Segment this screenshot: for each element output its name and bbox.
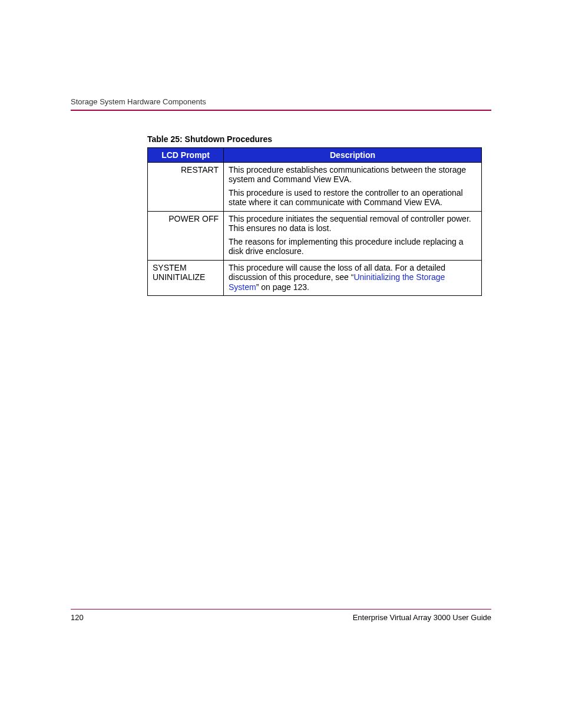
lcd-prompt-cell: SYSTEM UNINITIALIZE <box>148 260 224 296</box>
footer-rule <box>71 609 491 610</box>
document-title: Enterprise Virtual Array 3000 User Guide <box>353 613 491 622</box>
page-number: 120 <box>71 613 84 622</box>
description-paragraph: This procedure establishes communication… <box>229 165 477 185</box>
description-paragraph: This procedure is used to restore the co… <box>229 188 477 207</box>
description-paragraph: This procedure will cause the loss of al… <box>229 263 477 292</box>
running-header: Storage System Hardware Components <box>71 97 491 106</box>
lcd-prompt-cell: RESTART <box>148 162 224 211</box>
table-row: SYSTEM UNINITIALIZE This procedure will … <box>148 260 482 296</box>
table-row: RESTART This procedure establishes commu… <box>148 162 482 211</box>
description-cell: This procedure establishes communication… <box>224 162 482 211</box>
table-row: POWER OFF This procedure initiates the s… <box>148 211 482 260</box>
column-header-prompt: LCD Prompt <box>148 147 224 162</box>
lcd-prompt-cell: POWER OFF <box>148 211 224 260</box>
column-header-description: Description <box>224 147 482 162</box>
header-rule <box>71 110 491 111</box>
description-paragraph: This procedure initiates the sequential … <box>229 214 477 233</box>
shutdown-procedures-table: LCD Prompt Description RESTART This proc… <box>147 147 482 297</box>
text-run: ” on page 123. <box>256 282 309 292</box>
description-paragraph: The reasons for implementing this proced… <box>229 237 477 256</box>
description-cell: This procedure initiates the sequential … <box>224 211 482 260</box>
description-cell: This procedure will cause the loss of al… <box>224 260 482 296</box>
table-caption: Table 25: Shutdown Procedures <box>147 134 491 144</box>
